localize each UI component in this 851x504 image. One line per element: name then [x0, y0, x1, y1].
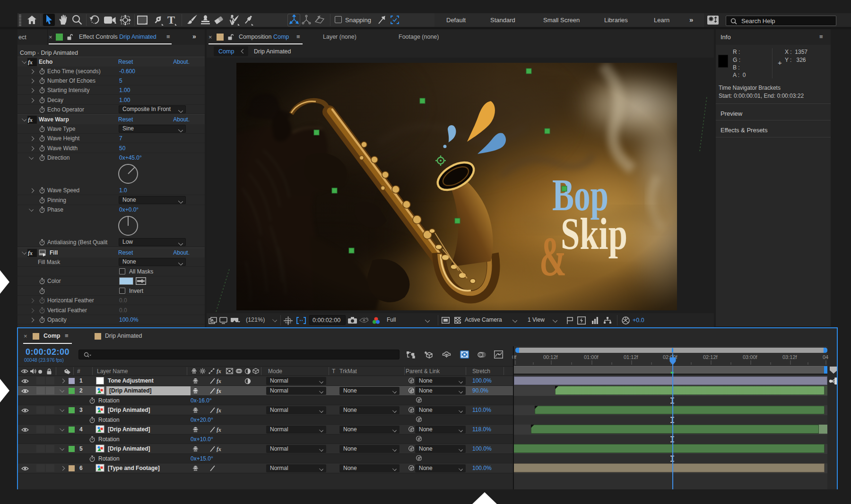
svg-text:Skip: Skip: [561, 208, 627, 259]
svg-text:T: T: [167, 15, 175, 26]
svg-text:&: &: [539, 226, 566, 288]
